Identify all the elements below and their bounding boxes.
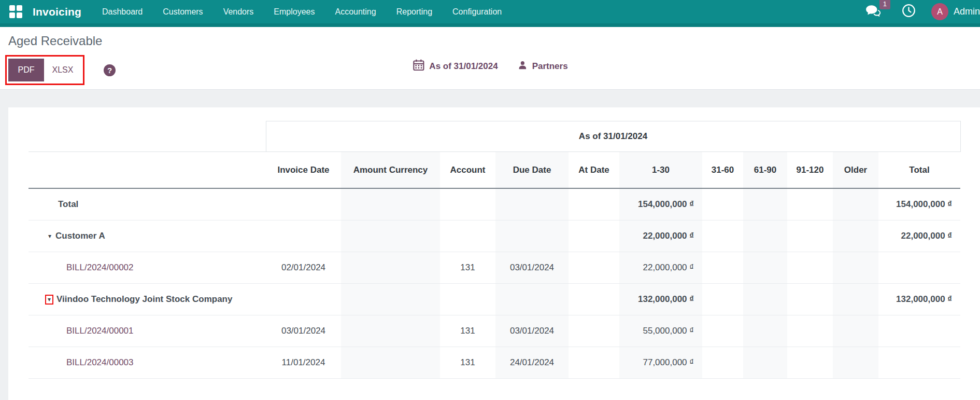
cell-b31_60 (702, 252, 743, 283)
col-header-due_date: Due Date (495, 152, 569, 189)
cell-b91_120 (787, 315, 833, 347)
span-header-blank (29, 121, 266, 152)
cell-b91_120 (787, 252, 833, 283)
cell-b61_90 (743, 283, 787, 315)
cell-older (833, 220, 878, 252)
cell-older (833, 315, 878, 347)
table-row: BILL/2024/0000103/01/202413103/01/202455… (29, 315, 960, 347)
partners-label: Partners (532, 61, 568, 72)
cell-due_date (495, 188, 569, 220)
messages-button[interactable]: 1 (865, 4, 881, 20)
cell-b1_30: 22,000,000 ₫ (619, 220, 702, 252)
cell-b61_90 (743, 315, 787, 347)
cell-due_date: 24/01/2024 (495, 347, 569, 378)
nav-item-configuration[interactable]: Configuration (452, 7, 502, 17)
cell-b31_60 (702, 283, 743, 315)
xlsx-button[interactable]: XLSX (44, 59, 81, 81)
col-header-older: Older (833, 152, 878, 189)
row-label-cell: BILL/2024/00001 (29, 315, 266, 347)
cell-at_date (569, 283, 619, 315)
nav-item-employees[interactable]: Employees (274, 7, 315, 17)
row-label-cell: ▾Viindoo Technology Joint Stock Company (29, 283, 266, 315)
col-header-b31_60: 31-60 (702, 152, 743, 189)
cell-invoice_date (266, 220, 341, 252)
cell-due_date: 03/01/2024 (495, 315, 569, 347)
cell-b91_120 (787, 283, 833, 315)
col-header-b91_120: 91-120 (787, 152, 833, 189)
caret-down-icon[interactable]: ▾ (48, 232, 51, 240)
row-label-cell: BILL/2024/00002 (29, 252, 266, 283)
person-icon (518, 60, 528, 73)
cell-at_date (569, 315, 619, 347)
cell-invoice_date: 11/01/2024 (266, 347, 341, 378)
table-row: ▾Customer A22,000,000 ₫22,000,000 ₫ (29, 220, 960, 252)
cell-amount_currency (341, 220, 440, 252)
row-label-cell: Total (29, 188, 266, 220)
table-row: BILL/2024/0000202/01/202413103/01/202422… (29, 252, 960, 283)
row-label-cell: ▾Customer A (29, 220, 266, 252)
cell-due_date: 03/01/2024 (495, 252, 569, 283)
control-panel: Aged Receivable PDF XLSX ? As of 31/01/2… (0, 27, 980, 90)
bill-link[interactable]: BILL/2024/00002 (66, 263, 134, 272)
report-filters: As of 31/01/2024 Partners (412, 55, 567, 78)
cell-b91_120 (787, 188, 833, 220)
cell-amount_currency (341, 283, 440, 315)
cell-at_date (569, 220, 619, 252)
apps-grid-icon[interactable] (9, 5, 22, 18)
cell-at_date (569, 188, 619, 220)
col-header-amount_currency: Amount Currency (341, 152, 440, 189)
nav-item-reporting[interactable]: Reporting (396, 7, 432, 17)
nav-item-accounting[interactable]: Accounting (335, 7, 376, 17)
avatar[interactable]: A (931, 3, 948, 20)
cell-b1_30: 77,000,000 ₫ (619, 347, 702, 378)
col-header-at_date: At Date (569, 152, 619, 189)
as-of-date-filter[interactable]: As of 31/01/2024 (412, 59, 498, 74)
cell-b1_30: 55,000,000 ₫ (619, 315, 702, 347)
cell-b31_60 (702, 347, 743, 378)
cell-b1_30: 154,000,000 ₫ (619, 188, 702, 220)
cell-at_date (569, 252, 619, 283)
col-header-rowlabel (29, 152, 266, 189)
cell-b91_120 (787, 220, 833, 252)
table-span-header: As of 31/01/2024 (266, 121, 960, 152)
partners-filter[interactable]: Partners (518, 60, 568, 73)
user-name[interactable]: Admin (954, 6, 980, 17)
cell-total (878, 347, 960, 378)
cell-at_date (569, 347, 619, 378)
col-header-b1_30: 1-30 (619, 152, 702, 189)
nav-right: 1 A Admin (865, 3, 980, 20)
cell-invoice_date (266, 188, 341, 220)
cell-total: 132,000,000 ₫ (878, 283, 960, 315)
cell-amount_currency (341, 347, 440, 378)
cell-older (833, 347, 878, 378)
aged-table: As of 31/01/2024Invoice DateAmount Curre… (29, 121, 961, 379)
page-title: Aged Receivable (8, 34, 102, 48)
col-header-b61_90: 61-90 (743, 152, 787, 189)
cell-total (878, 252, 960, 283)
cell-account (440, 188, 495, 220)
activities-button[interactable] (902, 4, 916, 20)
help-icon[interactable]: ? (104, 64, 116, 76)
pdf-button[interactable]: PDF (8, 59, 44, 81)
nav-item-customers[interactable]: Customers (163, 7, 203, 17)
bill-link[interactable]: BILL/2024/00001 (66, 326, 134, 336)
cell-b91_120 (787, 347, 833, 378)
cell-amount_currency (341, 188, 440, 220)
chat-icon (865, 10, 881, 19)
cell-amount_currency (341, 315, 440, 347)
caret-down-icon-annotated[interactable]: ▾ (45, 295, 53, 305)
cell-b1_30: 22,000,000 ₫ (619, 252, 702, 283)
cell-account: 131 (440, 315, 495, 347)
cell-older (833, 283, 878, 315)
cell-b61_90 (743, 220, 787, 252)
table-row: BILL/2024/0000311/01/202413124/01/202477… (29, 347, 960, 378)
bill-link[interactable]: BILL/2024/00003 (66, 357, 134, 367)
row-label: Customer A (55, 231, 105, 241)
nav-item-dashboard[interactable]: Dashboard (102, 7, 143, 17)
cell-invoice_date (266, 283, 341, 315)
cell-account: 131 (440, 347, 495, 378)
nav-item-vendors[interactable]: Vendors (223, 7, 254, 17)
cell-total: 22,000,000 ₫ (878, 220, 960, 252)
cell-due_date (495, 220, 569, 252)
app-title: Invoicing (33, 6, 81, 18)
